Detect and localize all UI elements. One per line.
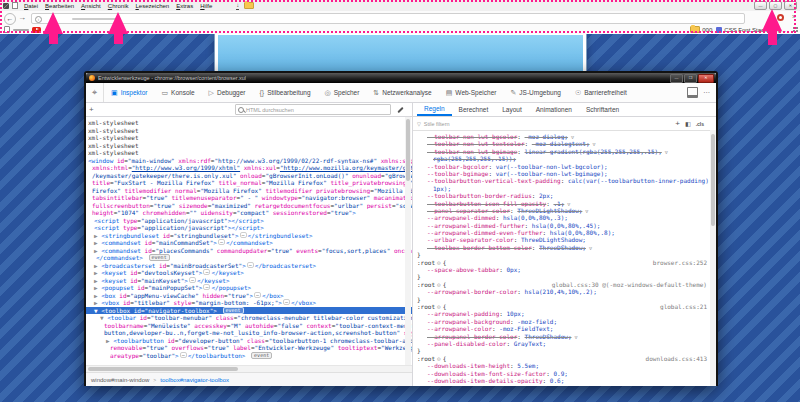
edit-classes-button[interactable]: .cls	[696, 121, 704, 127]
markup-line[interactable]: fullscreenbutton="true" sizemode="maximi…	[86, 202, 412, 210]
markup-line[interactable]: xml-stylesheet	[86, 119, 412, 127]
css-property[interactable]: --arrowpanel-padding: 10px;	[417, 310, 713, 317]
bookmark-favicon[interactable]	[4, 26, 10, 33]
grid-icon[interactable]	[793, 27, 795, 29]
markup-line[interactable]: /keymaster/gatekeeper/there.is.only.xul"…	[86, 172, 412, 180]
expand-ellipsis-icon[interactable]: ⋯	[203, 269, 210, 275]
page-icon[interactable]	[12, 2, 18, 9]
tab-debugger[interactable]: ▷Debugger	[202, 83, 253, 102]
markup-line[interactable]: ▶ <toolbarbutton id="developer-button" c…	[86, 337, 412, 345]
markup-search-input[interactable]: HTML durchsuchen	[235, 104, 391, 115]
markup-line[interactable]: ▶ <commandset id="mainCommandSet">⋯</com…	[86, 239, 412, 247]
css-property[interactable]: --downloads-item-height: 5.5em;	[417, 362, 713, 369]
css-source-link[interactable]: downloads.css:413	[646, 355, 713, 362]
css-property[interactable]: --toolbarbutton-icon-fill-opacity: .1; ▽	[417, 200, 713, 207]
markup-line[interactable]: ▶ <keyset id="mainKeyset">⋯</keyset>	[86, 277, 412, 285]
pseudo-class-button[interactable]: ◧	[685, 120, 691, 127]
url-bar[interactable]: i	[31, 13, 745, 24]
download-icon[interactable]: ↓	[236, 2, 239, 10]
overridden-filter-icon[interactable]: ▽	[586, 245, 592, 251]
sidebar-tab-animationen[interactable]: Animationen	[529, 103, 579, 116]
css-property[interactable]: --arrowpanel-dimmed: hsla(0,0%,80%,.3);	[417, 214, 713, 221]
css-property[interactable]: --panel-separator-color: ThreeDLightShad…	[417, 207, 713, 214]
css-property[interactable]: --toolbar-non-lwt-bgcolor: -moz-dialog; …	[417, 133, 713, 140]
css-property[interactable]: --downloads-item-font-size-factor: 0.9;	[417, 370, 713, 377]
css-property[interactable]: --toolbarbutton-vertical-text-padding: c…	[417, 177, 713, 184]
meatball-menu-icon[interactable]: ⋯	[703, 89, 710, 96]
devtools-title-bar[interactable]: Entwicklerwerkzeuge - chrome://browser/c…	[86, 73, 716, 83]
css-property[interactable]: --toolbar-non-lwt-textcolor: -moz-dialog…	[417, 140, 713, 147]
folder-icon[interactable]	[244, 2, 254, 9]
sidebar-tab-layout[interactable]: Layout	[495, 103, 529, 116]
event-badge[interactable]: event	[223, 307, 244, 314]
event-badge[interactable]: event	[149, 254, 170, 261]
overridden-filter-icon[interactable]: ▽	[582, 208, 588, 214]
menu-chronik[interactable]: Chronik	[108, 1, 129, 11]
menu-ansicht[interactable]: Ansicht	[81, 1, 101, 11]
dock-icon[interactable]	[687, 87, 698, 98]
css-property[interactable]: --panel-disabled-color: GrayText;	[417, 340, 713, 347]
tab-web-speicher[interactable]: ▤Web-Speicher	[439, 83, 504, 102]
menu-lesezeichen[interactable]: Lesezeichen	[135, 1, 169, 11]
markup-line[interactable]: <script type="application/javascript"></…	[86, 224, 412, 232]
markup-line[interactable]: title="FuxStart - Mozilla Firefox" title…	[86, 179, 412, 187]
css-property[interactable]: --toolbar-bgimage: var(--toolbar-non-lwt…	[417, 170, 713, 177]
markup-line[interactable]: <script type="application/javascript"></…	[86, 217, 412, 225]
css-source-link[interactable]: global.css:30 @(-moz-windows-default-the…	[552, 281, 713, 288]
css-property[interactable]: --arrowpanel-color: -moz-FieldText;	[417, 325, 713, 332]
sidebar-tab-regeln[interactable]: Regeln	[417, 103, 452, 116]
markup-line[interactable]: ▶ <keyset id="devtoolsKeyset">⋯</keyset>	[86, 269, 412, 277]
markup-line[interactable]: toolbarname="Menüleiste" accesskey="M" a…	[86, 322, 412, 330]
css-property[interactable]: --arrowpanel-dimmed-even-further: hsla(0…	[417, 229, 713, 236]
markup-line[interactable]: xml-stylesheet	[86, 134, 412, 142]
expand-ellipsis-icon[interactable]: ⋯	[240, 232, 247, 238]
markup-line[interactable]: ▶ <vbox id="titlebar" style="margin-bott…	[86, 299, 412, 307]
customize-tool-icon[interactable]	[3, 3, 9, 9]
tab-barrierefreiheit[interactable]: ☉Barrierefreiheit	[568, 83, 634, 102]
css-rule-selector[interactable]: :root⊙{browser.css:252	[417, 259, 713, 266]
devtools-minimize-button[interactable]: —	[670, 74, 683, 83]
css-property[interactable]: --urlbar-separator-color: ThreeDLightSha…	[417, 236, 713, 243]
markup-line[interactable]: ▶ <popupset id="mainPopupSet">⋯</popupse…	[86, 284, 412, 292]
markup-line[interactable]: ▶ <box id="appMenu-viewCache" hidden="tr…	[86, 292, 412, 300]
tab-js-umgebung[interactable]: ✎JS-Umgebung	[503, 83, 567, 102]
markup-line[interactable]: </commandset> event	[86, 254, 412, 262]
rule-toggle-icon[interactable]: ⊙	[437, 259, 441, 266]
css-property[interactable]: --space-above-tabbar: 0px;	[417, 266, 713, 273]
markup-line[interactable]: ▶ <commandset id="placesCommands" comman…	[86, 247, 412, 255]
menu-datei[interactable]: Datei	[24, 1, 38, 11]
rules-filter-input[interactable]: Stile filtern	[424, 121, 450, 127]
css-property[interactable]: --arrowpanel-background: -moz-field;	[417, 318, 713, 325]
css-rule-selector[interactable]: :root⊙{downloads.css:413	[417, 355, 713, 362]
add-rule-button[interactable]: +	[675, 119, 680, 128]
forward-button[interactable]: →	[18, 13, 26, 23]
expand-ellipsis-icon[interactable]: ⋯	[203, 284, 210, 290]
breadcrumb-item[interactable]: toolbox#navigator-toolbox	[160, 377, 229, 383]
markup-vertical-scrollbar[interactable]	[405, 117, 411, 365]
css-property[interactable]: --toolbarbutton-border-radius: 2px;	[417, 192, 713, 199]
devtools-close-button[interactable]: ✕	[698, 74, 714, 83]
expand-ellipsis-icon[interactable]: ⋯	[218, 239, 225, 245]
rule-toggle-icon[interactable]: ⊙	[437, 281, 441, 288]
css-property[interactable]: --toolbox-border-bottom-color: ThreeDSha…	[417, 244, 713, 251]
css-rule-selector[interactable]: :root⊙{global.css:30 @(-moz-windows-defa…	[417, 281, 713, 288]
markup-line[interactable]: xml-stylesheet	[86, 149, 412, 157]
rule-toggle-icon[interactable]: ⊙	[437, 303, 441, 310]
expand-ellipsis-icon[interactable]: ⋯	[254, 292, 261, 298]
breadcrumb-item[interactable]: window#main-window	[91, 377, 149, 383]
markup-line[interactable]: ▶ <broadcasterset id="mainBroadcasterSet…	[86, 262, 412, 270]
site-info-icon[interactable]: i	[35, 16, 42, 23]
tab-netzwerkanalyse[interactable]: ⇅Netzwerkanalyse	[366, 83, 438, 102]
node-picker-icon[interactable]: ⌖	[86, 83, 104, 102]
overridden-filter-icon[interactable]: ▽	[572, 334, 578, 340]
markup-line[interactable]: button,developer-bu..n,forget-me-not_lus…	[86, 329, 412, 337]
expand-ellipsis-icon[interactable]: ⋯	[283, 299, 290, 305]
rule-toggle-icon[interactable]: ⊙	[437, 355, 441, 362]
add-node-button[interactable]: +	[89, 105, 94, 115]
eyedropper-icon[interactable]	[397, 106, 403, 112]
markup-line[interactable]: height="1074" chromehidden="" uidensity=…	[86, 209, 412, 217]
css-property[interactable]: --arrowpanel-border-color: hsla(210,4%,1…	[417, 288, 713, 295]
overridden-filter-icon[interactable]: ▽	[568, 134, 574, 140]
markup-line[interactable]: removable="true" overflows="true" label=…	[86, 344, 412, 352]
menu-bearbeiten[interactable]: Bearbeiten	[45, 1, 74, 11]
